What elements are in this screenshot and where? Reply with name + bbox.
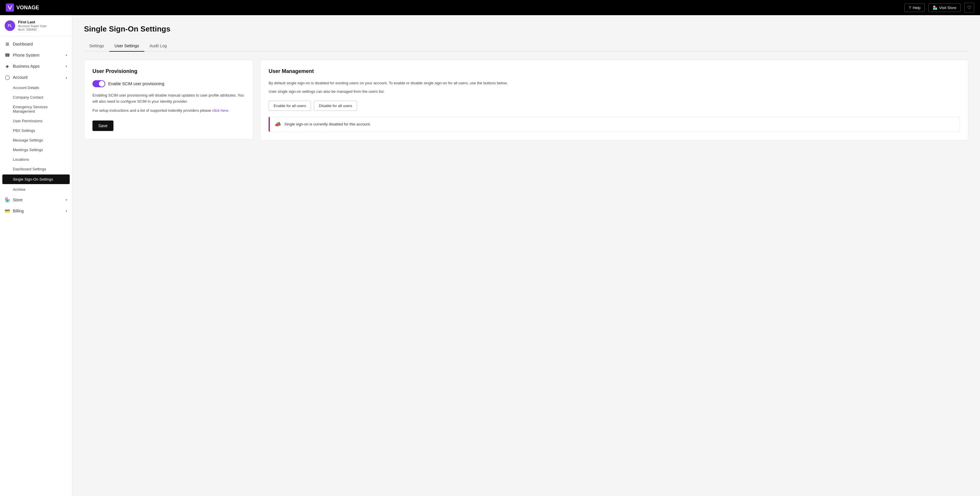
sidebar-item-message-settings[interactable]: Message Settings [0, 136, 72, 145]
avatar: FL [5, 21, 15, 31]
chevron-down-icon: ▾ [65, 198, 67, 202]
store-icon: 🏪 [933, 6, 937, 10]
favorites-button[interactable]: ♡ [964, 3, 974, 13]
chevron-up-icon: ▴ [65, 76, 67, 79]
sidebar-item-user-permissions[interactable]: User Permissions [0, 116, 72, 126]
sidebar-item-billing[interactable]: 💳 Billing ▾ [0, 206, 72, 217]
toggle-thumb [99, 81, 105, 87]
sidebar-item-locations[interactable]: Locations [0, 155, 72, 164]
sidebar: FL First Last Account Super User Acct: 3… [0, 15, 72, 496]
sidebar-item-dashboard-settings[interactable]: Dashboard Settings [0, 164, 72, 174]
account-icon: ◯ [5, 75, 10, 80]
sidebar-item-label: Dashboard [13, 42, 33, 46]
sso-status-text: Single sign-on is currently disabled for… [285, 121, 371, 127]
heart-icon: ♡ [967, 5, 971, 11]
help-icon: ? [909, 6, 911, 10]
user-provisioning-card: User Provisioning Enable SCIM user provi… [84, 60, 253, 139]
sidebar-item-store[interactable]: 🏪 Store ▾ [0, 194, 72, 206]
user-provisioning-title: User Provisioning [92, 68, 245, 74]
logo-text: VONAGE [16, 5, 39, 11]
sidebar-item-label: Account [13, 75, 28, 80]
page-title: Single Sign-On Settings [84, 24, 968, 33]
vonage-logo: VONAGE [6, 3, 39, 12]
nav-section: ⊞ Dashboard ☎ Phone System ▾ ◈ Business … [0, 36, 72, 219]
enable-all-users-button[interactable]: Enable for all users [269, 100, 311, 111]
sidebar-item-emergency-services[interactable]: Emergency Services Management [0, 102, 72, 116]
save-button[interactable]: Save [92, 121, 113, 131]
sidebar-item-account-details[interactable]: Account Details [0, 83, 72, 93]
um-buttons: Enable for all users Disable for all use… [269, 100, 960, 111]
sidebar-item-company-contact[interactable]: Company Contact [0, 93, 72, 102]
scim-toggle-row: Enable SCIM user provisioning [92, 80, 245, 87]
tabs-bar: Settings User Settings Audit Log [84, 41, 968, 52]
user-name: First Last [18, 20, 47, 24]
user-account: Acct: 336462 [18, 28, 47, 31]
phone-icon: ☎ [5, 53, 10, 58]
tab-user-settings[interactable]: User Settings [110, 41, 145, 52]
top-navigation: VONAGE ? Help 🏪 Visit Store ♡ [0, 0, 980, 15]
scim-setup-text: For setup instructions and a list of sup… [92, 108, 245, 114]
tab-settings[interactable]: Settings [84, 41, 110, 52]
user-management-title: User Management [269, 68, 960, 74]
store-icon: 🏪 [5, 197, 10, 203]
chevron-down-icon: ▾ [65, 209, 67, 213]
chevron-down-icon: ▾ [65, 64, 67, 68]
cards-row: User Provisioning Enable SCIM user provi… [84, 60, 968, 140]
user-info: First Last Account Super User Acct: 3364… [18, 20, 47, 31]
visit-store-button[interactable]: 🏪 Visit Store [928, 3, 961, 12]
user-section: FL First Last Account Super User Acct: 3… [0, 15, 72, 36]
tab-audit-log[interactable]: Audit Log [145, 41, 172, 52]
sidebar-item-archive[interactable]: Archive [0, 185, 72, 194]
sso-status-box: 📣 Single sign-on is currently disabled f… [269, 117, 960, 132]
sidebar-item-account[interactable]: ◯ Account ▴ [0, 72, 72, 83]
sidebar-item-label: Billing [13, 209, 24, 213]
um-description2: User single sign-on settings can also be… [269, 89, 960, 95]
setup-text-before: For setup instructions and a list of sup… [92, 108, 212, 113]
sidebar-item-meetings-settings[interactable]: Meetings Settings [0, 145, 72, 155]
dashboard-icon: ⊞ [5, 41, 10, 47]
sidebar-item-label: Store [13, 198, 22, 202]
logo-icon [6, 3, 14, 12]
sidebar-item-label: Phone System [13, 53, 40, 57]
click-here-link[interactable]: click here. [212, 108, 229, 113]
scim-description: Enabling SCIM user provisioning will dis… [92, 93, 245, 105]
chevron-down-icon: ▾ [65, 53, 67, 57]
topnav-actions: ? Help 🏪 Visit Store ♡ [904, 3, 974, 13]
megaphone-icon: 📣 [274, 121, 281, 128]
sidebar-item-sso-settings[interactable]: Single Sign-On Settings [2, 174, 70, 184]
main-content: Single Sign-On Settings Settings User Se… [72, 15, 980, 496]
sidebar-item-business-apps[interactable]: ◈ Business Apps ▾ [0, 61, 72, 72]
sidebar-item-pbx-settings[interactable]: PBX Settings [0, 126, 72, 136]
um-description1: By default single sign-on is disabled fo… [269, 80, 960, 86]
scim-toggle-label: Enable SCIM user provisioning [108, 81, 164, 86]
disable-all-users-button[interactable]: Disable for all users [314, 100, 357, 111]
scim-toggle[interactable] [92, 80, 105, 87]
sidebar-item-label: Business Apps [13, 64, 40, 69]
sidebar-item-phone-system[interactable]: ☎ Phone System ▾ [0, 49, 72, 61]
billing-icon: 💳 [5, 208, 10, 214]
sidebar-item-dashboard[interactable]: ⊞ Dashboard [0, 38, 72, 49]
user-role: Account Super User [18, 24, 47, 28]
apps-icon: ◈ [5, 64, 10, 69]
user-management-card: User Management By default single sign-o… [260, 60, 968, 140]
help-button[interactable]: ? Help [904, 3, 925, 12]
